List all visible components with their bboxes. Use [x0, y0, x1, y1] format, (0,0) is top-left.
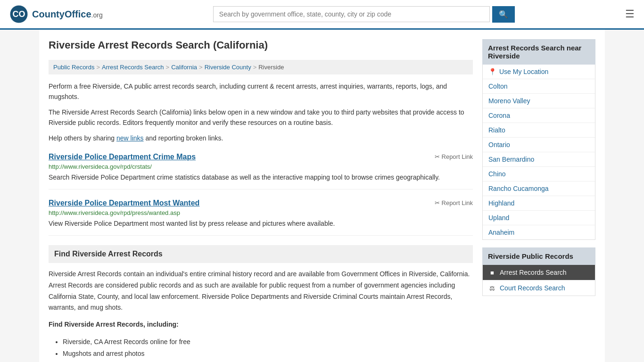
- result-url: http://www.riversideca.gov/rpd/press/wan…: [49, 209, 473, 216]
- sidebar: Arrest Records Search near Riverside 📍 U…: [482, 39, 595, 360]
- sidebar-public-records-header: Riverside Public Records: [482, 247, 595, 265]
- location-icon: 📍: [488, 68, 496, 75]
- list-item: Mugshots and arrest photos: [63, 348, 473, 360]
- sidebar-city-item[interactable]: Rancho Cucamonga: [483, 181, 595, 196]
- result-item: Riverside Police Department Most Wanted …: [49, 199, 473, 236]
- search-icon: 🔍: [499, 10, 508, 18]
- page-title: Riverside Arrest Records Search (Califor…: [49, 39, 473, 54]
- scissors-icon: ✂: [435, 153, 440, 160]
- sidebar-city-item[interactable]: Corona: [483, 108, 595, 123]
- sidebar-city-item[interactable]: Rialto: [483, 123, 595, 138]
- menu-button[interactable]: ☰: [625, 9, 635, 19]
- intro-paragraph-2: The Riverside Arrest Records Search (Cal…: [49, 107, 473, 128]
- breadcrumb-current: Riverside: [258, 64, 284, 71]
- sidebar-city-item[interactable]: Colton: [483, 79, 595, 94]
- sidebar-city-item[interactable]: Anaheim: [483, 225, 595, 239]
- main-content: Riverside Arrest Records Search (Califor…: [49, 39, 473, 360]
- breadcrumb-link-arrest-records[interactable]: Arrest Records Search: [102, 64, 164, 71]
- search-button[interactable]: 🔍: [492, 6, 515, 23]
- sidebar-city-item[interactable]: Upland: [483, 211, 595, 225]
- hamburger-icon: ☰: [625, 8, 635, 20]
- result-header: Riverside Police Department Most Wanted …: [49, 199, 473, 207]
- use-my-location-item[interactable]: 📍 Use My Location: [483, 65, 595, 79]
- result-url: http://www.riversideca.gov/rpd/crstats/: [49, 163, 473, 170]
- county-office-logo-icon: CO: [9, 5, 28, 24]
- find-section-header: Find Riverside Arrest Records: [49, 245, 473, 263]
- new-links-link[interactable]: new links: [116, 134, 144, 142]
- report-link-button[interactable]: ✂ Report Link: [435, 153, 473, 160]
- header: CO CountyOffice.org 🔍 ☰: [0, 0, 644, 30]
- search-area: 🔍: [213, 6, 515, 23]
- sidebar-public-records-list: ■ Arrest Records Search ⚖ Court Records …: [482, 265, 595, 296]
- bullet-list: Riverside, CA Arrest Records online for …: [63, 336, 473, 360]
- logo-text: CountyOffice.org: [32, 9, 103, 20]
- breadcrumb-sep-3: >: [199, 64, 203, 71]
- breadcrumb-link-riverside-county[interactable]: Riverside County: [205, 64, 251, 71]
- logo-area: CO CountyOffice.org: [9, 5, 103, 24]
- sidebar-city-item[interactable]: Chino: [483, 167, 595, 181]
- breadcrumb-link-california[interactable]: California: [171, 64, 197, 71]
- sidebar-pr-item-court[interactable]: ⚖ Court Records Search: [483, 280, 595, 296]
- breadcrumb-sep-1: >: [96, 64, 100, 71]
- sidebar-nearby-header: Arrest Records Search near Riverside: [482, 39, 595, 65]
- breadcrumb: Public Records > Arrest Records Search >…: [49, 60, 473, 74]
- result-title-link[interactable]: Riverside Police Department Crime Maps: [49, 153, 196, 161]
- search-input[interactable]: [213, 6, 490, 22]
- find-including-label: Find Riverside Arrest Records, including…: [49, 319, 473, 330]
- court-records-icon: ⚖: [488, 285, 496, 292]
- arrest-records-icon: ■: [488, 269, 496, 276]
- sidebar-pr-item-arrest[interactable]: ■ Arrest Records Search: [483, 265, 595, 280]
- find-body-text: Riverside Arrest Records contain an indi…: [49, 269, 473, 313]
- breadcrumb-sep-2: >: [166, 64, 170, 71]
- sidebar-city-item[interactable]: Ontario: [483, 138, 595, 152]
- breadcrumb-sep-4: >: [253, 64, 257, 71]
- result-description: Search Riverside Police Department crime…: [49, 173, 473, 182]
- result-title-link[interactable]: Riverside Police Department Most Wanted: [49, 199, 199, 207]
- sidebar-city-item[interactable]: San Bernardino: [483, 152, 595, 167]
- intro-paragraph-1: Perform a free Riverside, CA public arre…: [49, 81, 473, 102]
- breadcrumb-link-public-records[interactable]: Public Records: [53, 64, 94, 71]
- content-wrapper: Riverside Arrest Records Search (Califor…: [39, 30, 605, 362]
- use-my-location-link[interactable]: Use My Location: [499, 68, 548, 75]
- scissors-icon: ✂: [435, 199, 440, 206]
- result-item: Riverside Police Department Crime Maps ✂…: [49, 153, 473, 189]
- list-item: Riverside, CA Arrest Records online for …: [63, 336, 473, 348]
- result-description: View Riverside Police Department most wa…: [49, 219, 473, 229]
- svg-text:CO: CO: [13, 9, 25, 19]
- intro-paragraph-3: Help others by sharing new links and rep…: [49, 133, 473, 143]
- result-header: Riverside Police Department Crime Maps ✂…: [49, 153, 473, 161]
- report-link-button[interactable]: ✂ Report Link: [435, 199, 473, 206]
- sidebar-city-item[interactable]: Highland: [483, 196, 595, 211]
- sidebar-nearby-list: 📍 Use My Location Colton Moreno Valley C…: [482, 65, 595, 240]
- sidebar-city-item[interactable]: Moreno Valley: [483, 94, 595, 108]
